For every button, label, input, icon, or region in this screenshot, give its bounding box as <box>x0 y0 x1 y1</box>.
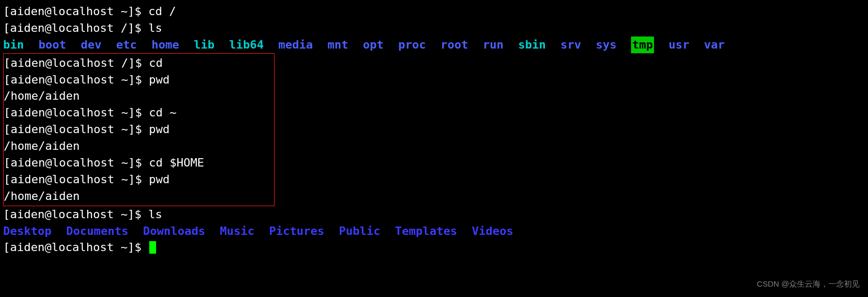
shell-prompt: [aiden@localhost ~]$ <box>4 173 149 186</box>
ls-entry: usr <box>669 37 689 53</box>
ls-output-home: DesktopDocumentsDownloadsMusicPicturesPu… <box>3 223 865 240</box>
shell-prompt: [aiden@localhost ~]$ <box>3 241 148 254</box>
command-output: /home/aiden <box>4 88 272 104</box>
prompt-line: [aiden@localhost ~]$ cd / <box>3 3 865 20</box>
shell-prompt: [aiden@localhost ~]$ <box>4 73 149 86</box>
ls-entry: srv <box>561 37 581 53</box>
ls-entry: lib64 <box>229 37 264 53</box>
prompt-line: [aiden@localhost ~]$ cd ~ <box>4 104 272 121</box>
prompt-line: [aiden@localhost /]$ ls <box>3 20 865 37</box>
ls-entry: lib <box>194 37 215 53</box>
prompt-line: [aiden@localhost ~]$ pwd <box>4 171 272 188</box>
prompt-line: [aiden@localhost ~]$ pwd <box>4 72 272 88</box>
ls-entry: var <box>704 37 725 53</box>
ls-entry: boot <box>39 37 66 53</box>
cursor-icon <box>149 241 156 254</box>
ls-entry: Music <box>220 223 254 240</box>
shell-command: cd / <box>148 5 176 18</box>
shell-command: cd $HOME <box>149 156 204 169</box>
ls-entry: Public <box>339 223 380 240</box>
ls-entry: Templates <box>395 223 457 240</box>
ls-entry: Desktop <box>3 223 52 240</box>
prompt-line: [aiden@localhost ~]$ cd $HOME <box>4 155 272 171</box>
ls-entry: root <box>441 37 468 53</box>
ls-entry: Downloads <box>143 223 205 240</box>
shell-prompt: [aiden@localhost /]$ <box>3 21 148 34</box>
ls-output-root: binbootdevetchomeliblib64mediamntoptproc… <box>3 37 865 53</box>
ls-entry: media <box>278 37 313 53</box>
ls-entry: sbin <box>518 37 546 53</box>
shell-command: cd <box>149 56 163 69</box>
shell-prompt: [aiden@localhost ~]$ <box>4 123 149 136</box>
shell-command: pwd <box>149 123 170 136</box>
shell-prompt: [aiden@localhost ~]$ <box>4 156 149 169</box>
ls-entry: opt <box>363 37 384 53</box>
shell-command: cd ~ <box>149 106 176 119</box>
prompt-line-current[interactable]: [aiden@localhost ~]$ <box>3 239 865 256</box>
ls-entry: run <box>483 37 504 53</box>
ls-entry: tmp <box>631 37 654 53</box>
shell-prompt: [aiden@localhost ~]$ <box>4 106 149 119</box>
ls-entry: dev <box>81 37 102 53</box>
shell-command: ls <box>148 21 162 34</box>
shell-command: pwd <box>149 73 170 86</box>
watermark-text: CSDN @众生云海，一念初见 <box>757 278 860 290</box>
prompt-line: [aiden@localhost ~]$ pwd <box>4 121 272 138</box>
shell-command: pwd <box>149 173 170 186</box>
ls-entry: Videos <box>472 223 513 240</box>
ls-entry: proc <box>398 37 426 53</box>
ls-entry: Documents <box>66 223 128 240</box>
prompt-line: [aiden@localhost ~]$ ls <box>3 206 865 223</box>
shell-prompt: [aiden@localhost ~]$ <box>3 208 148 221</box>
ls-entry: bin <box>3 37 24 53</box>
shell-prompt: [aiden@localhost /]$ <box>4 56 149 69</box>
ls-entry: sys <box>596 37 616 53</box>
ls-entry: mnt <box>327 37 348 53</box>
shell-command: ls <box>148 208 162 221</box>
ls-entry: home <box>151 37 179 53</box>
ls-entry: etc <box>116 37 137 53</box>
ls-entry: Pictures <box>269 223 324 240</box>
command-output: /home/aiden <box>4 138 272 155</box>
terminal-output[interactable]: [aiden@localhost ~]$ cd / [aiden@localho… <box>3 3 865 256</box>
highlighted-box: [aiden@localhost /]$ cd [aiden@localhost… <box>3 53 275 206</box>
command-output: /home/aiden <box>4 188 272 205</box>
shell-prompt: [aiden@localhost ~]$ <box>3 5 148 18</box>
prompt-line: [aiden@localhost /]$ cd <box>4 55 272 72</box>
